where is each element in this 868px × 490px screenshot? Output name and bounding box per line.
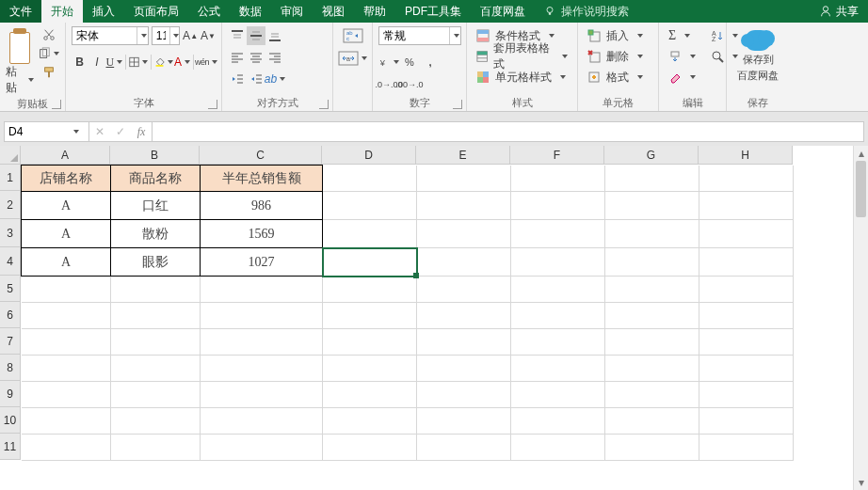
copy-button[interactable]	[38, 47, 59, 60]
decrease-font-size-button[interactable]: A▼	[201, 26, 216, 45]
italic-button[interactable]: I	[88, 53, 104, 71]
bold-button[interactable]: B	[72, 53, 88, 71]
cell[interactable]: A	[22, 192, 111, 220]
font-dialog-launcher[interactable]	[208, 100, 217, 109]
cell[interactable]	[699, 408, 794, 435]
cell[interactable]	[201, 382, 323, 408]
cell[interactable]	[605, 166, 699, 192]
cell[interactable]: 店铺名称	[22, 166, 111, 192]
cell[interactable]	[323, 248, 417, 277]
clear-button[interactable]	[665, 68, 699, 87]
cell[interactable]	[111, 408, 201, 435]
cell[interactable]	[511, 220, 605, 248]
column-header[interactable]: C	[200, 146, 322, 165]
tab-data[interactable]: 数据	[230, 0, 271, 23]
cell[interactable]	[417, 192, 511, 220]
cell[interactable]	[511, 192, 605, 220]
row-header[interactable]: 10	[0, 407, 21, 434]
cell[interactable]	[417, 408, 511, 435]
align-right-button[interactable]	[265, 48, 284, 67]
cell[interactable]: 眼影	[111, 248, 201, 277]
cell[interactable]	[605, 382, 699, 408]
cell[interactable]	[417, 329, 511, 356]
formula-input[interactable]	[153, 122, 863, 141]
cell[interactable]	[22, 329, 111, 356]
cell[interactable]: 1027	[201, 248, 323, 277]
column-header[interactable]: G	[604, 146, 699, 165]
scroll-down-button[interactable]: ▾	[854, 475, 868, 490]
row-header[interactable]: 8	[0, 355, 21, 381]
cell[interactable]	[201, 408, 323, 435]
cell[interactable]	[605, 408, 699, 435]
cell[interactable]	[511, 408, 605, 435]
tell-me-search[interactable]: 操作说明搜索	[535, 0, 638, 23]
cell[interactable]	[417, 166, 511, 192]
cell[interactable]	[605, 356, 699, 382]
cell[interactable]	[417, 303, 511, 329]
underline-button[interactable]: U	[106, 53, 123, 71]
cell[interactable]	[417, 382, 511, 408]
autosum-button[interactable]: Σ	[665, 26, 699, 45]
cell[interactable]: 986	[201, 192, 323, 220]
number-dialog-launcher[interactable]	[453, 100, 462, 109]
clipboard-dialog-launcher[interactable]	[52, 100, 61, 109]
increase-font-size-button[interactable]: A▲	[183, 26, 198, 45]
align-top-button[interactable]	[228, 26, 247, 45]
cell-styles-button[interactable]: 单元格样式	[473, 68, 571, 87]
cell[interactable]	[699, 435, 794, 461]
font-name-combo[interactable]	[72, 26, 149, 45]
share-button[interactable]: 共享	[810, 0, 868, 23]
format-cells-button[interactable]: 格式	[584, 68, 647, 87]
align-center-button[interactable]	[247, 48, 265, 67]
cell[interactable]	[605, 303, 699, 329]
cut-button[interactable]	[38, 28, 59, 41]
tab-home[interactable]: 开始	[41, 0, 83, 23]
column-header[interactable]: D	[322, 146, 416, 165]
font-size-input[interactable]	[153, 29, 169, 42]
cell[interactable]	[699, 166, 794, 192]
column-header[interactable]: H	[699, 146, 793, 165]
name-box[interactable]	[5, 122, 89, 141]
cell[interactable]	[511, 435, 605, 461]
cell[interactable]	[605, 329, 699, 356]
phonetic-guide-button[interactable]: wén	[197, 53, 216, 71]
cell[interactable]	[111, 303, 201, 329]
cancel-formula-button[interactable]: ✕	[89, 122, 110, 141]
cell[interactable]	[605, 277, 699, 303]
tab-insert[interactable]: 插入	[83, 0, 124, 23]
cell[interactable]	[511, 356, 605, 382]
cell[interactable]	[323, 220, 417, 248]
row-header[interactable]: 3	[0, 219, 21, 247]
cell[interactable]	[111, 382, 201, 408]
cell[interactable]	[111, 435, 201, 461]
cell[interactable]	[201, 277, 323, 303]
column-header[interactable]: B	[110, 146, 200, 165]
tab-page-layout[interactable]: 页面布局	[124, 0, 188, 23]
align-bottom-button[interactable]	[265, 26, 284, 45]
row-header[interactable]: 4	[0, 247, 21, 276]
row-header[interactable]: 6	[0, 302, 21, 328]
cell[interactable]	[417, 356, 511, 382]
delete-cells-button[interactable]: 删除	[584, 47, 647, 66]
row-header[interactable]: 2	[0, 191, 21, 219]
orientation-button[interactable]: ab	[265, 70, 284, 88]
cell[interactable]	[323, 277, 417, 303]
wrap-text-button[interactable]: abc	[343, 28, 363, 43]
format-painter-button[interactable]	[38, 66, 59, 79]
alignment-dialog-launcher[interactable]	[319, 100, 329, 109]
tab-review[interactable]: 审阅	[271, 0, 313, 23]
cell[interactable]	[417, 277, 511, 303]
cell[interactable]	[323, 382, 417, 408]
paste-button[interactable]	[6, 26, 34, 64]
cell[interactable]	[699, 192, 794, 220]
row-header[interactable]: 7	[0, 328, 21, 355]
column-header[interactable]: E	[416, 146, 510, 165]
merge-center-button[interactable]: a	[338, 51, 367, 66]
cell[interactable]: A	[22, 248, 111, 277]
cell[interactable]	[511, 277, 605, 303]
enter-formula-button[interactable]: ✓	[110, 122, 131, 141]
row-header[interactable]: 9	[0, 381, 21, 407]
cell[interactable]	[699, 382, 794, 408]
row-header[interactable]: 11	[0, 434, 21, 460]
tab-file[interactable]: 文件	[0, 0, 41, 23]
